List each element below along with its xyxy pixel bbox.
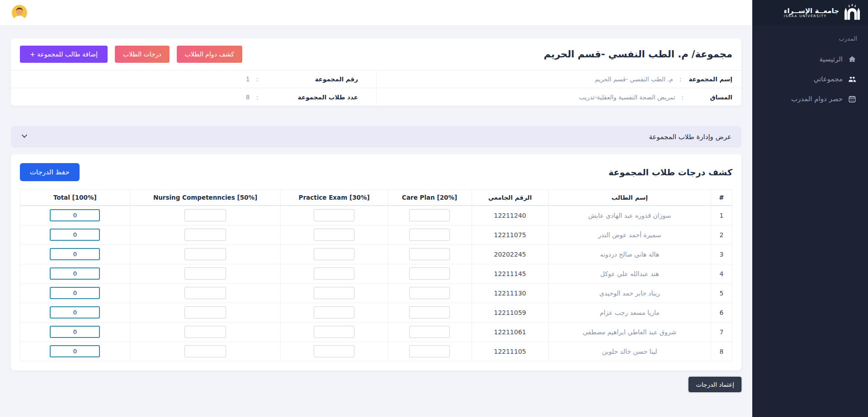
care-plan-input[interactable] [409,209,450,221]
group-number-cell: رقم المجموعة : 1 [11,70,376,88]
student-name: هند عبدالله علي عوكل [548,264,711,283]
group-info-table: إسم المجموعة : م. الطب النفسي -قسم الحري… [11,70,741,106]
chevron-down-icon [21,132,28,141]
row-number: 8 [711,342,732,361]
total-input[interactable] [50,306,100,319]
total-input[interactable] [50,248,100,260]
sidebar: جامعــة الإســراء ISRAA UNIVERSITY المدر… [752,0,868,417]
total-input[interactable] [50,229,100,241]
grades-title: كشف درجات طلاب المجموعة [609,167,732,177]
sidebar-item-label: حصر دوام المدرب [791,95,843,103]
row-number: 1 [711,206,732,225]
university-logo: جامعــة الإســراء ISRAA UNIVERSITY [752,0,868,25]
nursing-competencies-input[interactable] [184,287,226,299]
student-id: 12211240 [472,206,548,225]
total-input[interactable] [50,345,100,357]
student-name: لينا حسن خالد حلوين [548,342,711,361]
total-input[interactable] [50,287,100,299]
table-row: 1 سوزان قدوره عبد الهادي عايش 12211240 [20,206,732,225]
student-id: 12211105 [472,342,548,361]
practice-exam-input[interactable] [314,248,354,260]
attendance-sheet-button[interactable]: كشف دوام الطلاب [177,46,242,63]
logo-title-english: ISRAA UNIVERSITY [784,14,839,18]
care-plan-input[interactable] [409,287,450,299]
grades-card: كشف درجات طلاب المجموعة حفظ الدرجات # إس… [11,154,741,370]
table-row: 7 شروق عبد العاطي ابراهيم مصطفى 12211061 [20,322,732,342]
group-number-value: 1 [246,75,250,83]
student-name: ماريا مسعد رجب عزام [548,303,711,322]
sidebar-item-trainer-attendance[interactable]: حصر دوام المدرب [757,89,857,109]
student-name: شروق عبد العاطي ابراهيم مصطفى [548,322,711,342]
user-avatar[interactable] [12,5,27,20]
nursing-competencies-input[interactable] [184,306,226,319]
top-header [0,0,752,25]
users-icon [848,75,856,83]
practice-exam-input[interactable] [314,306,354,319]
sidebar-item-my-groups[interactable]: مجموعاتي [757,69,857,89]
care-plan-input[interactable] [409,267,450,280]
group-name-cell: إسم المجموعة : م. الطب النفسي -قسم الحري… [376,70,741,88]
student-id: 20202245 [472,244,548,264]
student-name: سميرة أحمد عوض الندر [548,225,711,244]
col-header-nursing-competencies: Nursing Competenncies [50%] [130,190,281,206]
sidebar-section-label: المدرب [757,35,857,42]
nursing-competencies-input[interactable] [184,326,226,338]
practice-exam-input[interactable] [314,326,354,338]
student-name: سوزان قدوره عبد الهادي عايش [548,206,711,225]
student-id: 12211075 [472,225,548,244]
nursing-competencies-input[interactable] [184,345,226,357]
sidebar-item-home[interactable]: الرئيسية [757,49,857,69]
practice-exam-input[interactable] [314,287,354,299]
care-plan-input[interactable] [409,306,450,319]
home-icon [848,55,856,63]
row-number: 5 [711,283,732,303]
practice-exam-input[interactable] [314,209,354,221]
student-count-value: 8 [246,94,250,101]
table-row: 8 لينا حسن خالد حلوين 12211105 [20,342,732,361]
student-id: 12211130 [472,283,548,303]
group-name-label: إسم المجموعة [689,75,732,83]
total-input[interactable] [50,326,100,338]
save-grades-button[interactable]: حفظ الدرجات [20,163,80,181]
col-header-number: # [711,190,732,206]
nursing-competencies-input[interactable] [184,248,226,260]
care-plan-input[interactable] [409,229,450,241]
student-id: 12211059 [472,303,548,322]
student-grades-button[interactable]: درجات الطلاب [115,46,170,63]
main-area: مجموعة/ م. الطب النفسي -قسم الحريم كشف د… [0,0,752,417]
row-number: 4 [711,264,732,283]
nursing-competencies-input[interactable] [184,229,226,241]
practice-exam-input[interactable] [314,229,354,241]
nursing-competencies-input[interactable] [184,209,226,221]
course-cell: المساق : تمريض الصحة النفسية والعقلية-تد… [376,88,741,106]
course-label: المساق [691,94,732,101]
add-student-button[interactable]: إضافة طالب للمجموعة + [20,46,108,63]
practice-exam-input[interactable] [314,267,354,280]
accordion-title: عرض وإدارة طلاب المجموعة [649,133,731,141]
row-number: 3 [711,244,732,264]
table-row: 4 هند عبدالله علي عوكل 12211145 [20,264,732,283]
col-header-student-name: إسم الطالب [548,190,711,206]
user-avatar-icon [12,7,27,20]
nursing-competencies-input[interactable] [184,267,226,280]
approve-grades-button[interactable]: إعتماد الدرجات [689,377,741,392]
care-plan-input[interactable] [409,248,450,260]
sidebar-item-label: الرئيسية [819,55,843,63]
col-header-care-plan: Care Plan [20%] [387,190,472,206]
total-input[interactable] [50,209,100,221]
student-id: 12211061 [472,322,548,342]
table-row: 2 سميرة أحمد عوض الندر 12211075 [20,225,732,244]
manage-students-accordion[interactable]: عرض وإدارة طلاب المجموعة [11,126,741,148]
care-plan-input[interactable] [409,345,450,357]
table-row: 5 ريناد جابر حمد الوحيدي 12211130 [20,283,732,303]
student-name: ريناد جابر حمد الوحيدي [548,283,711,303]
total-input[interactable] [50,267,100,280]
care-plan-input[interactable] [409,326,450,338]
col-header-total: Total [100%] [20,190,130,206]
sidebar-nav: المدرب الرئيسية مجموعاتي [752,25,868,109]
logo-title-arabic: جامعــة الإســراء [784,7,839,15]
row-number: 7 [711,322,732,342]
practice-exam-input[interactable] [314,345,354,357]
row-number: 6 [711,303,732,322]
course-value: تمريض الصحة النفسية والعقلية-تدريب [579,94,675,101]
